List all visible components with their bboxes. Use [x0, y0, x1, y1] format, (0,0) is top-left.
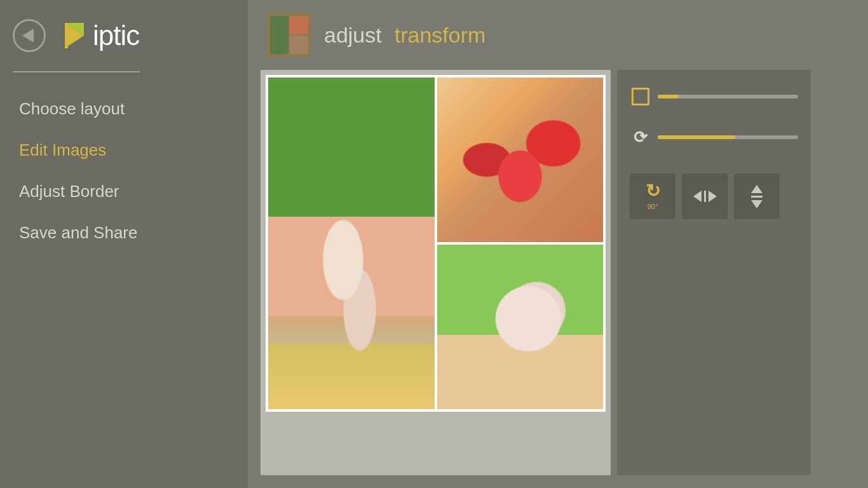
arrow-right-icon: [709, 191, 717, 202]
slider-resize-fill: [658, 95, 679, 98]
thumb-grid: [270, 16, 308, 54]
back-button[interactable]: [13, 19, 46, 52]
slider-rotation-fill: [658, 135, 735, 139]
sidebar: iptic Choose layout Edit Images Adjust B…: [0, 0, 248, 488]
sidebar-item-choose-layout[interactable]: Choose layout: [0, 92, 248, 126]
main-content: adjust transform: [248, 0, 868, 488]
rotate-90-button[interactable]: ↻ 90°: [630, 173, 675, 219]
sidebar-item-save-and-share[interactable]: Save and Share: [0, 215, 248, 250]
arrow-down-icon: [751, 200, 763, 208]
photo-cell-bottom-right[interactable]: [437, 245, 604, 409]
tab-adjust[interactable]: adjust: [324, 23, 382, 48]
preview-thumbnail[interactable]: [267, 13, 311, 57]
sidebar-item-adjust-border[interactable]: Adjust Border: [0, 174, 248, 209]
frame-resize-icon: [632, 88, 649, 105]
right-panel: ⟳ ↻ 90°: [617, 70, 811, 475]
slider-rotation-track[interactable]: [658, 135, 798, 139]
diptic-logo-icon: [58, 20, 90, 51]
center-bar-h: [704, 191, 706, 202]
center-bar-v: [751, 196, 763, 198]
rotate-c-icon-container: ⟳: [630, 126, 651, 148]
control-row-resize: [630, 86, 798, 107]
thumb-cell-2: [290, 16, 308, 34]
photo-collage-wrapper: [261, 70, 611, 475]
flip-h-icon: [693, 191, 717, 202]
arrow-left-icon: [693, 191, 702, 202]
photo-cell-left[interactable]: [268, 78, 435, 409]
back-arrow-icon: [22, 29, 34, 43]
sidebar-divider: [13, 71, 140, 72]
thumb-cell-3: [290, 36, 308, 54]
flip-horizontal-button[interactable]: [682, 173, 728, 219]
top-bar: adjust transform: [261, 13, 855, 57]
sidebar-item-edit-images[interactable]: Edit Images: [0, 133, 248, 168]
slider-resize-track[interactable]: [658, 95, 798, 98]
photo-collage: [266, 75, 606, 412]
control-row-rotation: ⟳: [630, 126, 798, 148]
flip-vertical-button[interactable]: [734, 173, 780, 219]
logo: iptic: [58, 20, 139, 51]
rotate-90-icon: ↻: [646, 182, 660, 200]
tab-transform[interactable]: transform: [395, 23, 486, 48]
transform-buttons: ↻ 90°: [630, 173, 798, 219]
arrow-up-icon: [751, 185, 763, 193]
logo-text: iptic: [93, 20, 139, 51]
rotate-90-label: 90°: [648, 203, 658, 210]
thumb-cell-1: [270, 16, 288, 54]
resize-icon: [630, 86, 651, 107]
rotate-c-icon: ⟳: [634, 128, 648, 147]
photo-cell-top-right[interactable]: [437, 78, 604, 242]
sidebar-header: iptic: [0, 19, 248, 52]
svg-rect-3: [65, 23, 68, 48]
flip-v-icon: [751, 185, 763, 208]
canvas-area: ⟳ ↻ 90°: [261, 70, 855, 475]
